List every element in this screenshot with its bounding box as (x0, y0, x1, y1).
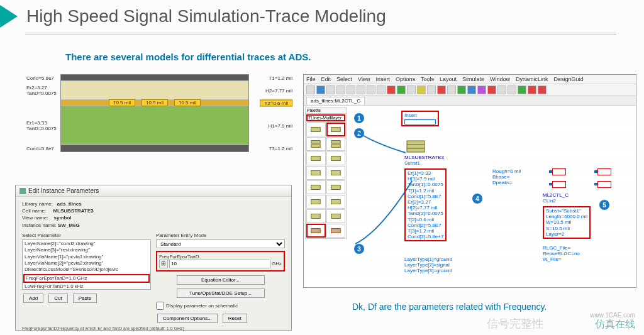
callout-badge-4: 4 (472, 194, 482, 204)
toolbar-icon[interactable] (336, 85, 345, 94)
toolbar-icon[interactable] (497, 85, 506, 94)
rough-params: Rough=0 mil Bbase= Dpeaks= (492, 168, 521, 186)
toolbar-icon[interactable] (528, 85, 536, 94)
port-symbol[interactable] (594, 181, 611, 187)
menu-item[interactable]: Layout (440, 76, 457, 82)
palette-item[interactable] (326, 195, 346, 209)
tline-params: Subst="Subst1" Length=6000.0 mil W=10.5 … (543, 206, 591, 239)
palette-item[interactable] (306, 224, 326, 238)
substrate-title: MLSUBSTRATE3 Subst1 (404, 155, 444, 166)
toolbar-icon[interactable] (347, 85, 355, 94)
label: Select Parameter (22, 233, 151, 238)
svg-rect-2 (311, 141, 320, 144)
callout-badge-1: 1 (354, 113, 364, 123)
menu-item[interactable]: Insert (375, 76, 390, 82)
toolbar-icon[interactable] (417, 85, 426, 94)
conclusion-text: Dk, Df are the parameters related with F… (352, 302, 547, 312)
instance-meta: Library name: ads_tlines Cell name: MLSU… (22, 200, 285, 229)
svg-rect-18 (407, 141, 425, 152)
palette-item[interactable] (306, 123, 326, 136)
toolbar-icon[interactable] (487, 85, 496, 94)
palette-item[interactable] (306, 209, 326, 223)
slide-subtitle: There are several models for differentia… (65, 52, 311, 62)
watermark-brand: 仿真在线 (595, 318, 635, 331)
entry-mode-select[interactable]: Standard (156, 239, 285, 248)
freq-value-input[interactable] (169, 260, 270, 268)
component-options-button[interactable]: Component Options... (157, 314, 218, 323)
svg-rect-8 (311, 170, 320, 175)
palette-item[interactable] (306, 151, 326, 165)
toolbar-icon[interactable] (306, 85, 315, 94)
label: T1=1.2 mil (269, 75, 292, 80)
palette-item[interactable] (326, 224, 346, 238)
menu-item[interactable]: DesignGuid (554, 76, 584, 82)
toolbar-icon[interactable] (437, 85, 446, 94)
component-palette: Palette TLines-Multilayer (305, 107, 347, 239)
palette-item[interactable] (306, 166, 326, 180)
toolbar-icon[interactable] (377, 85, 386, 94)
svg-rect-5 (331, 145, 340, 148)
toolbar-icon[interactable] (397, 85, 406, 94)
equation-editor-button[interactable]: Equation Editor... (177, 275, 265, 285)
palette-item[interactable] (326, 137, 346, 151)
toolbar-icon[interactable] (538, 85, 547, 94)
schematic-tab[interactable]: ads_tlines:ML2CTL_C (306, 97, 365, 104)
parameter-listbox[interactable]: LayerName[2]="cond2:drawing" LayerName[3… (22, 239, 151, 290)
menu-item[interactable]: Window (490, 76, 510, 82)
toolbar-icon[interactable] (316, 85, 325, 94)
menubar[interactable]: File Edit Select View Insert Options Too… (304, 75, 636, 84)
svg-rect-3 (311, 145, 320, 148)
menu-item[interactable]: File (306, 76, 316, 82)
palette-item[interactable] (326, 166, 346, 180)
palette-item[interactable] (306, 137, 326, 151)
menu-item[interactable]: Options (396, 76, 415, 82)
menu-item[interactable]: Simulate (462, 76, 484, 82)
port-symbol[interactable] (549, 168, 565, 175)
menu-item[interactable]: Edit (321, 76, 331, 82)
ads-schematic-window: File Edit Select View Insert Options Too… (303, 74, 636, 288)
toolbar[interactable] (304, 84, 636, 96)
menu-item[interactable]: Select (336, 76, 352, 82)
svg-rect-13 (331, 199, 340, 204)
callout-badge-2: 2 (354, 128, 364, 138)
svg-rect-0 (311, 127, 320, 131)
toolbar-icon[interactable] (518, 85, 526, 94)
schematic-canvas[interactable]: Palette TLines-Multilayer (304, 106, 636, 282)
toolbar-icon[interactable] (457, 85, 466, 94)
add-button[interactable]: Add (23, 294, 43, 303)
reset-button[interactable]: Reset (223, 314, 247, 323)
menu-item[interactable]: View (358, 76, 370, 82)
port-symbol[interactable] (594, 168, 611, 175)
palette-item[interactable] (326, 180, 346, 194)
palette-category-select[interactable]: TLines-Multilayer (306, 114, 345, 121)
svg-rect-14 (311, 214, 320, 218)
palette-item[interactable] (326, 123, 346, 136)
toolbar-icon[interactable] (467, 85, 476, 94)
layer-type-params: LayerType[1]=ground LayerType[2]=signal … (404, 256, 452, 274)
menu-item[interactable]: DynamicLink (516, 76, 548, 82)
toolbar-icon[interactable] (427, 85, 436, 94)
substrate-component[interactable] (404, 138, 427, 156)
svg-rect-6 (311, 156, 320, 160)
tab-row: ads_tlines:ML2CTL_C (304, 96, 636, 106)
cut-button[interactable]: Cut (48, 294, 67, 303)
toolbar-icon[interactable] (326, 85, 335, 94)
toolbar-icon[interactable] (477, 85, 486, 94)
svg-rect-1 (331, 127, 340, 131)
menu-item[interactable]: Tools (421, 76, 434, 82)
display-param-checkbox[interactable] (156, 302, 164, 310)
port-symbol[interactable] (549, 181, 565, 187)
palette-item[interactable] (326, 209, 346, 223)
palette-item[interactable] (306, 180, 326, 194)
tune-setup-button[interactable]: Tune/Opt/Stat/DOE Setup... (177, 288, 265, 298)
paste-button[interactable]: Paste (73, 294, 97, 303)
toolbar-icon[interactable] (387, 85, 396, 94)
slide-accent-triangle (0, 5, 18, 28)
palette-item[interactable] (306, 195, 326, 209)
toolbar-icon[interactable] (357, 85, 365, 94)
toolbar-icon[interactable] (407, 85, 416, 94)
toolbar-icon[interactable] (508, 85, 516, 94)
toolbar-icon[interactable] (367, 85, 375, 94)
palette-item[interactable] (326, 151, 346, 165)
toolbar-icon[interactable] (447, 85, 456, 94)
